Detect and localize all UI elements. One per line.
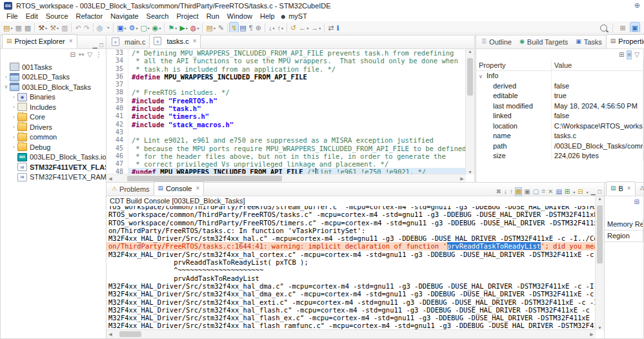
prev-annotation-icon[interactable]: ↑▾ bbox=[276, 23, 285, 34]
dropdown-caret-icon[interactable]: ▾ bbox=[319, 26, 321, 30]
property-row[interactable]: derivedfalse bbox=[476, 81, 643, 91]
show-books-icon[interactable]: ▤ bbox=[238, 23, 247, 34]
maximize-icon[interactable]: □ bbox=[598, 189, 601, 195]
search-icon[interactable] bbox=[600, 25, 607, 32]
dropdown-caret-icon[interactable]: ▾ bbox=[148, 26, 150, 30]
back-icon[interactable]: ←▾ bbox=[297, 23, 310, 34]
editor-tab-tasks.c[interactable]: ctasks.c× bbox=[149, 34, 201, 48]
tree-item[interactable]: 001Tasks bbox=[1, 62, 106, 72]
scroll-up-arrow[interactable]: ▲ bbox=[596, 196, 604, 201]
run-icon[interactable]: ▶▾ bbox=[178, 23, 188, 34]
terminate-icon[interactable]: ✖ bbox=[496, 188, 501, 196]
save-all-icon[interactable]: ▩ bbox=[23, 23, 32, 34]
collapse-all-icon[interactable]: ⊟ bbox=[70, 51, 75, 59]
dropdown-caret-icon[interactable]: ▾ bbox=[125, 26, 126, 30]
filter-icon[interactable]: ▽ bbox=[87, 51, 92, 59]
dropdown-caret-icon[interactable]: ▾ bbox=[573, 190, 575, 194]
dropdown-caret-icon[interactable]: ▾ bbox=[587, 190, 589, 194]
close-icon[interactable]: × bbox=[193, 37, 197, 45]
console-line[interactable]: prvReaddTaskToReadyList( pxTCB ); bbox=[106, 258, 596, 266]
scroll-up-arrow[interactable]: ▲ bbox=[466, 49, 474, 54]
scroll-lock-down-icon[interactable]: ↓ bbox=[504, 188, 507, 196]
clear-console-icon[interactable]: ▢ bbox=[533, 188, 539, 196]
property-row[interactable]: last modifiedMay 18, 2024, 4:56:50 PM bbox=[476, 101, 643, 111]
redo-icon[interactable]: ↷ bbox=[83, 23, 91, 34]
timer-icon[interactable]: ◔ bbox=[104, 23, 111, 34]
expander-icon[interactable]: › bbox=[3, 74, 10, 80]
dropdown-caret-icon[interactable]: ▾ bbox=[159, 26, 161, 30]
dropdown-caret-icon[interactable]: ▾ bbox=[272, 26, 274, 30]
pencil-icon[interactable]: ✎ bbox=[217, 23, 225, 34]
dropdown-caret-icon[interactable]: ▾ bbox=[186, 26, 188, 30]
console-line[interactable]: M32F4xx_HAL_Driver/Src/stm32f4xx_hal_dma… bbox=[106, 290, 596, 298]
property-group-row[interactable]: ∨ Info bbox=[476, 70, 643, 81]
expander-icon[interactable]: ∨ bbox=[479, 74, 483, 79]
dropdown-caret-icon[interactable]: ▾ bbox=[45, 26, 47, 30]
scroll-left-arrow[interactable]: ◀ bbox=[106, 332, 114, 337]
region-column-header[interactable]: Region bbox=[605, 231, 643, 242]
dropdown-caret-icon[interactable]: ▾ bbox=[175, 26, 177, 30]
undo-icon[interactable]: ↶ bbox=[74, 23, 82, 34]
scroll-right-arrow[interactable]: ▶ bbox=[588, 332, 596, 337]
menu-run[interactable]: Run bbox=[203, 12, 223, 21]
dropdown-caret-icon[interactable]: ▾ bbox=[136, 26, 137, 30]
menu-refactor[interactable]: Refactor bbox=[72, 12, 107, 21]
scrollbar-thumb[interactable] bbox=[467, 58, 473, 96]
code-area[interactable]: 33/* Defining MPU_WRAPPERS_INCLUDED_FROM… bbox=[106, 49, 466, 174]
editor-vertical-scrollbar[interactable]: ▲ ▼ bbox=[465, 49, 474, 174]
c-cpp-app-icon[interactable]: ▢▾ bbox=[139, 23, 150, 34]
property-row[interactable]: path/003LED_Block_Tasks/common/Thi bbox=[476, 141, 643, 151]
expander-icon[interactable]: › bbox=[10, 124, 17, 130]
show-on-output-icon[interactable]: ▩ bbox=[516, 188, 521, 196]
tree-item[interactable]: ›002LED_Tasks bbox=[1, 72, 106, 83]
tree-item[interactable]: ›Includes bbox=[1, 102, 106, 112]
tab-analyzer-b[interactable]: ▤B× bbox=[606, 181, 636, 196]
console-line[interactable]: prvAddTaskToReadyList bbox=[106, 274, 596, 282]
scrollbar-thumb[interactable] bbox=[119, 331, 141, 337]
mark-occurrences-icon[interactable]: ↯ bbox=[230, 23, 238, 34]
word-wrap-icon[interactable]: = bbox=[541, 188, 545, 196]
view-menu-icon[interactable]: ⋮ bbox=[96, 51, 102, 59]
dropdown-caret-icon[interactable]: ▾ bbox=[10, 26, 12, 30]
pin-console-icon[interactable]: ▣ bbox=[524, 188, 530, 196]
forward-icon[interactable]: →▾ bbox=[310, 23, 322, 34]
console-line[interactable]: M32F4xx_HAL_Driver/Src/stm32f4xx_hal_fla… bbox=[106, 314, 596, 322]
console-line[interactable]: M32F4xx_HAL_Driver/Src/stm32f4xx_hal_fla… bbox=[106, 322, 596, 329]
link-with-editor-icon[interactable]: ⇄ bbox=[327, 23, 335, 34]
dropdown-caret-icon[interactable]: ▾ bbox=[197, 26, 199, 30]
minimize-icon[interactable]: ▁ bbox=[591, 189, 596, 195]
menu-search[interactable]: Search bbox=[143, 12, 173, 21]
dropdown-caret-icon[interactable]: ▾ bbox=[57, 26, 59, 30]
console-output[interactable]: TOS_workspace/common/ThirdParty/FreeRTOS… bbox=[106, 206, 596, 330]
editor-tab-main.c[interactable]: cmain.c bbox=[108, 36, 149, 48]
open-project-icon[interactable]: ▤▾ bbox=[205, 23, 216, 34]
minimize-icon[interactable]: ▁ bbox=[93, 42, 97, 48]
title-right-icon[interactable]: ⊕ bbox=[634, 1, 640, 10]
tree-item[interactable]: ldSTM32F411VETX_FLASH.ld bbox=[1, 162, 106, 172]
menu-edit[interactable]: Edit bbox=[22, 12, 42, 21]
jar-icon[interactable]: ▥ bbox=[60, 23, 69, 34]
console-line[interactable]: M32F4xx_HAL_Driver/Src/stm32f4xx_hal_ext… bbox=[106, 298, 596, 306]
property-row[interactable]: locationC:\Workspace\RTOS_workspace\co bbox=[476, 121, 643, 131]
tree-item[interactable]: ∨003LED_Block_Tasks bbox=[1, 82, 106, 92]
show-whitespace-icon[interactable]: ¶ bbox=[248, 23, 254, 34]
menu-help[interactable]: Help bbox=[256, 12, 279, 21]
scroll-lock-up-icon[interactable]: ↑ bbox=[510, 188, 513, 196]
tree-item[interactable]: MX003LED_Block_Tasks.ioc bbox=[1, 152, 106, 163]
close-icon[interactable]: × bbox=[196, 185, 199, 192]
console-vertical-scrollbar[interactable]: ▲ ▼ bbox=[595, 196, 604, 330]
tab-build-targets[interactable]: ◉Build Targets bbox=[516, 36, 572, 48]
maximize-icon[interactable]: □ bbox=[100, 42, 103, 48]
scrollbar-thumb[interactable] bbox=[597, 205, 603, 263]
expander-icon[interactable]: › bbox=[10, 104, 17, 110]
dropdown-caret-icon[interactable]: ▾ bbox=[307, 26, 308, 30]
new-properties-view-icon[interactable]: ⊞ bbox=[619, 51, 624, 59]
tree-item[interactable]: ldSTM32F411VETX_RAM.ld bbox=[1, 172, 106, 183]
close-icon[interactable]: × bbox=[69, 37, 73, 45]
open-console-icon[interactable]: ⊞ bbox=[565, 188, 570, 196]
debug-icon[interactable]: ⚙▾ bbox=[128, 23, 139, 34]
new-wizard-icon[interactable]: ▤▾ bbox=[2, 23, 14, 34]
console-line[interactable]: TOS_workspace/common/ThirdParty/FreeRTOS… bbox=[106, 206, 596, 211]
tree-item[interactable]: ›Drivers bbox=[1, 122, 106, 132]
tab-console[interactable]: ▤Console× bbox=[154, 181, 205, 196]
